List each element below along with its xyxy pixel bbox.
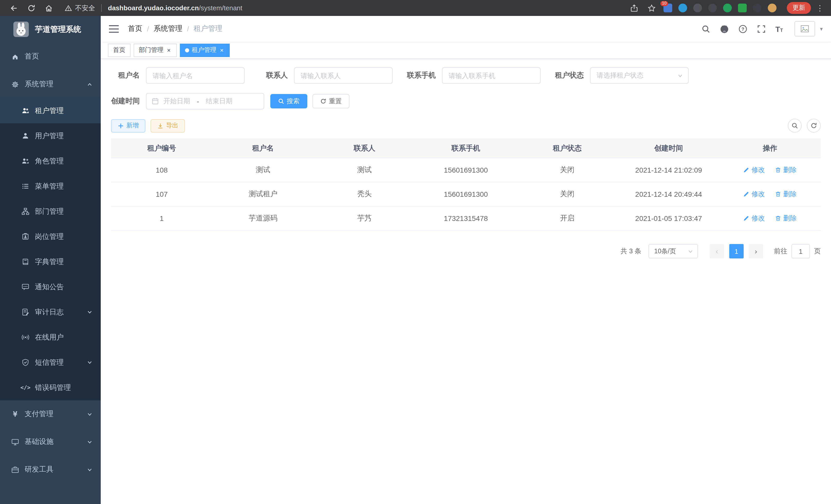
sidebar-item-role[interactable]: 角色管理 [0,148,101,174]
security-warning-text: 不安全 [75,3,95,12]
sidebar-item-system[interactable]: 系统管理 [0,70,101,98]
date-start-placeholder: 开始日期 [164,97,190,106]
reload-icon[interactable] [27,4,35,12]
refresh-table-button[interactable] [807,119,821,132]
contact-input[interactable] [294,67,393,84]
breadcrumb-system[interactable]: 系统管理 [154,24,182,33]
navbar-actions: ? TT ▾ [701,21,823,36]
sidebar-item-user[interactable]: 用户管理 [0,123,101,148]
sidebar-item-label: 菜单管理 [35,182,64,191]
sidebar-item-sms[interactable]: 短信管理 [0,350,101,375]
cell-actions: 修改 删除 [719,182,821,206]
page-size-select[interactable]: 10条/页 [649,244,698,259]
extension-icon-4[interactable] [708,4,717,12]
sidebar-item-label: 在线用户 [35,333,64,342]
page-button-1[interactable]: 1 [729,244,744,259]
sidebar-logo[interactable]: 芋道管理系统 [0,16,101,42]
menu-list-icon [22,182,29,190]
extension-badge: 10 [660,1,668,6]
contact-label: 联系人 [259,71,288,80]
chrome-update-button[interactable]: 更新 [787,2,811,14]
browser-menu-icon[interactable]: ⋮ [816,3,824,12]
extension-icon-6[interactable] [738,4,747,12]
address-bar[interactable]: dashboard.yudao.iocoder.cn/system/tenant [108,4,242,12]
share-icon[interactable] [630,4,638,12]
sidebar-item-dept[interactable]: 部门管理 [0,199,101,224]
question-icon[interactable]: ? [739,24,747,33]
extension-icon-1[interactable]: 10 [663,4,672,12]
add-button[interactable]: 新增 [111,119,145,132]
trash-icon [775,167,781,173]
online-signal-icon [22,333,29,341]
extension-icon-7[interactable] [753,4,762,12]
avatar[interactable] [795,21,815,36]
home-icon[interactable] [45,4,53,12]
chevron-down-icon [87,309,92,315]
edit-pencil-icon [743,215,749,221]
sidebar-toggle-icon[interactable] [109,25,119,33]
tag-home[interactable]: 首页 [108,43,131,57]
sidebar-item-devtools[interactable]: 研发工具 [0,456,101,483]
edit-pencil-icon [743,191,749,197]
fullscreen-icon[interactable] [757,24,766,33]
tenant-table: 租户编号 租户名 联系人 联系手机 租户状态 创建时间 操作 108 测试 [111,139,821,231]
browser-chrome: 不安全 dashboard.yudao.iocoder.cn/system/te… [0,0,831,16]
sidebar-item-post[interactable]: 岗位管理 [0,224,101,249]
extension-icon-5[interactable] [723,4,732,12]
sidebar-item-audit[interactable]: 审计日志 [0,299,101,325]
page-size-value: 10条/页 [654,247,676,256]
sidebar-item-dict[interactable]: 字典管理 [0,249,101,274]
url-separator [101,4,102,12]
broken-image-icon [801,25,809,32]
reset-button[interactable]: 重置 [312,94,349,109]
phone-input[interactable] [442,67,541,84]
export-button[interactable]: 导出 [150,119,185,132]
chevron-down-icon [87,360,92,365]
sidebar-item-notice[interactable]: 通知公告 [0,274,101,299]
edit-link[interactable]: 修改 [743,189,765,199]
prev-page-button[interactable]: ‹ [710,244,724,259]
sidebar-item-pay[interactable]: ¥ 支付管理 [0,400,101,428]
delete-link[interactable]: 删除 [775,189,797,199]
sidebar-item-label: 用户管理 [35,131,64,141]
sidebar-item-online[interactable]: 在线用户 [0,325,101,350]
github-icon[interactable] [720,24,729,33]
notice-message-icon [22,283,29,291]
bookmark-star-icon[interactable] [648,4,656,12]
tag-dept[interactable]: 部门管理 × [134,43,177,57]
sidebar-item-home[interactable]: 首页 [0,42,101,70]
status-select[interactable]: 请选择租户状态 [590,67,689,84]
date-range-picker[interactable]: 开始日期 - 结束日期 [146,93,264,110]
delete-link[interactable]: 删除 [775,166,797,175]
edit-link[interactable]: 修改 [743,214,765,223]
cell-status: 关闭 [516,182,618,206]
sidebar-item-label: 岗位管理 [35,232,64,241]
back-icon[interactable] [10,4,18,12]
sidebar-item-tenant[interactable]: 租户管理 [0,98,101,123]
sidebar-item-errorcode[interactable]: </> 错误码管理 [0,375,101,400]
extension-icon-3[interactable] [693,4,702,12]
goto-page-input[interactable] [792,244,810,259]
extension-icon-2[interactable] [678,4,687,12]
search-button[interactable]: 搜索 [270,94,307,109]
next-page-button[interactable]: › [749,244,763,259]
delete-link[interactable]: 删除 [775,214,797,223]
calendar-icon [152,98,159,105]
caret-down-icon[interactable]: ▾ [820,26,823,32]
cell-id: 107 [111,182,212,206]
close-icon[interactable]: × [219,47,225,53]
toggle-search-button[interactable] [788,119,802,132]
edit-link[interactable]: 修改 [743,166,765,175]
sidebar-item-menu[interactable]: 菜单管理 [0,174,101,199]
cell-phone: 17321315478 [415,206,517,230]
tag-tenant[interactable]: 租户管理 × [180,43,230,57]
font-size-icon[interactable]: TT [775,25,783,33]
search-icon[interactable] [701,24,710,33]
breadcrumb-home[interactable]: 首页 [128,24,142,33]
sidebar-item-infra[interactable]: 基础设施 [0,428,101,456]
security-chip[interactable]: 不安全 [65,3,95,12]
close-icon[interactable]: × [166,47,172,53]
cell-name: 测试 [212,158,314,182]
tenant-name-input[interactable] [146,67,245,84]
extension-icon-8[interactable] [768,4,776,12]
